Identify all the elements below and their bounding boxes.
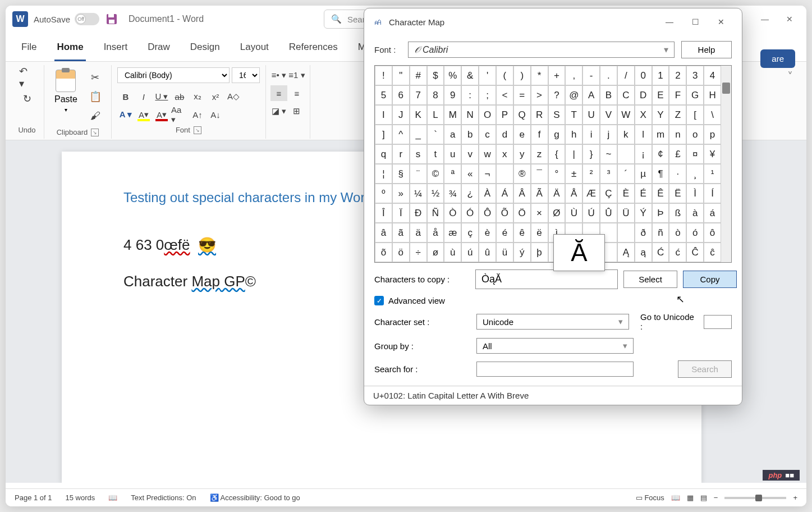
char-cell[interactable]: P — [496, 105, 513, 125]
char-cell[interactable]: 2 — [669, 66, 686, 85]
char-cell[interactable]: Ý — [635, 203, 652, 223]
char-cell[interactable]: 7 — [410, 85, 427, 105]
char-cell[interactable]: & — [461, 66, 479, 85]
char-cell[interactable]: Ì — [686, 184, 704, 203]
superscript-button[interactable]: x² — [207, 89, 224, 104]
char-cell[interactable]: t — [427, 144, 444, 164]
clipboard-dialog-launcher[interactable]: ↘ — [91, 129, 99, 136]
char-cell[interactable]: ¼ — [410, 184, 427, 203]
char-cell[interactable]: Ë — [669, 184, 686, 203]
char-cell[interactable]: ° — [548, 164, 566, 184]
ribbon-collapse[interactable]: ˅ — [778, 65, 802, 139]
align-left-button[interactable]: ≡ — [270, 85, 287, 101]
spellcheck-icon[interactable]: 📖 — [108, 493, 117, 502]
char-cell[interactable]: 6 — [392, 85, 410, 105]
char-cell[interactable]: õ — [375, 243, 392, 262]
char-cell[interactable]: X — [635, 105, 652, 125]
char-cell[interactable]: d — [496, 125, 513, 144]
bold-button[interactable]: B — [117, 89, 134, 104]
char-cell[interactable]: Ĉ — [686, 243, 704, 262]
char-cell[interactable]: M — [444, 105, 461, 125]
char-cell[interactable]: % — [444, 66, 461, 85]
char-cell[interactable]: < — [496, 85, 513, 105]
char-cell[interactable]: O — [479, 105, 496, 125]
char-cell[interactable]: l — [635, 125, 652, 144]
char-cell[interactable]: ´ — [617, 164, 635, 184]
char-cell[interactable]: 1 — [652, 66, 669, 85]
borders-button[interactable]: ⊞ — [288, 103, 305, 119]
char-cell[interactable]: u — [444, 144, 461, 164]
char-cell[interactable]: Ø — [548, 203, 566, 223]
font-dropdown[interactable]: 𝒪 Calibri — [408, 42, 675, 58]
char-cell[interactable]: Ù — [565, 203, 582, 223]
char-cell[interactable]: ¨ — [410, 164, 427, 184]
char-cell[interactable]: Á — [496, 184, 513, 203]
focus-mode[interactable]: ▭ Focus — [636, 493, 664, 502]
char-cell[interactable]: B — [600, 85, 617, 105]
char-cell[interactable]: # — [410, 66, 427, 85]
text-effects-button[interactable]: A ▾ — [117, 107, 134, 122]
char-cell[interactable]: ª — [444, 164, 461, 184]
char-cell[interactable]: ñ — [652, 223, 669, 243]
char-cell[interactable]: $ — [427, 66, 444, 85]
char-cell[interactable]: ¶ — [652, 164, 669, 184]
char-cell[interactable]: Ç — [600, 184, 617, 203]
char-cell[interactable]: ³ — [600, 164, 617, 184]
char-cell[interactable]: z — [531, 144, 548, 164]
char-cell[interactable]: ã — [392, 223, 410, 243]
help-button[interactable]: Help — [681, 41, 732, 58]
char-cell[interactable]: ê — [513, 223, 531, 243]
char-cell[interactable]: E — [652, 85, 669, 105]
char-cell[interactable]: ( — [496, 66, 513, 85]
char-cell[interactable]: Ü — [617, 203, 635, 223]
tab-references[interactable]: References — [287, 37, 340, 61]
search-input[interactable] — [476, 362, 634, 377]
char-cell[interactable]: Â — [513, 184, 531, 203]
font-color-button[interactable]: A ▾ — [153, 107, 170, 122]
char-cell[interactable]: x — [496, 144, 513, 164]
char-cell[interactable]: ý — [513, 243, 531, 262]
clear-format-button[interactable]: A◇ — [225, 89, 242, 104]
char-cell[interactable]: G — [686, 85, 704, 105]
char-cell[interactable]: Õ — [496, 203, 513, 223]
grow-font-button[interactable]: A↑ — [189, 107, 206, 122]
tab-insert[interactable]: Insert — [102, 37, 130, 61]
char-cell[interactable]: Ä — [548, 184, 566, 203]
char-cell[interactable]: W — [617, 105, 635, 125]
char-cell[interactable]: Þ — [652, 203, 669, 223]
char-cell[interactable]: n — [669, 125, 686, 144]
tab-file[interactable]: File — [19, 37, 39, 61]
char-cell[interactable]: Û — [600, 203, 617, 223]
tab-draw[interactable]: Draw — [145, 37, 172, 61]
char-cell[interactable]: q — [375, 144, 392, 164]
tab-layout[interactable]: Layout — [238, 37, 271, 61]
char-cell[interactable]: / — [617, 66, 635, 85]
char-cell[interactable]: H — [704, 85, 721, 105]
char-cell[interactable]: R — [531, 105, 548, 125]
char-cell[interactable]: ~ — [600, 144, 617, 164]
char-cell[interactable]: K — [410, 105, 427, 125]
char-cell[interactable]: , — [565, 66, 582, 85]
char-cell[interactable]: 9 — [444, 85, 461, 105]
grid-scrollbar[interactable] — [721, 66, 731, 262]
charset-dropdown[interactable]: Unicode — [476, 314, 629, 330]
char-cell[interactable]: C — [617, 85, 635, 105]
char-cell[interactable]: À — [479, 184, 496, 203]
char-cell[interactable]: i — [582, 125, 600, 144]
text-predictions[interactable]: Text Predictions: On — [131, 493, 196, 502]
char-cell[interactable]: ¤ — [686, 144, 704, 164]
char-cell[interactable]: É — [635, 184, 652, 203]
char-cell[interactable]: > — [531, 85, 548, 105]
char-cell[interactable]: ¦ — [375, 164, 392, 184]
undo-button[interactable]: ↶ ▾ — [19, 70, 35, 85]
char-cell[interactable]: 3 — [686, 66, 704, 85]
char-cell[interactable]: é — [496, 223, 513, 243]
char-cell[interactable]: + — [548, 66, 566, 85]
font-name-select[interactable]: Calibri (Body) — [117, 67, 230, 83]
char-cell[interactable]: A — [582, 85, 600, 105]
char-cell[interactable]: Ú — [582, 203, 600, 223]
word-count[interactable]: 15 words — [66, 493, 95, 502]
char-cell[interactable]: Å — [565, 184, 582, 203]
char-cell[interactable]: a — [444, 125, 461, 144]
char-cell[interactable]: Ô — [479, 203, 496, 223]
